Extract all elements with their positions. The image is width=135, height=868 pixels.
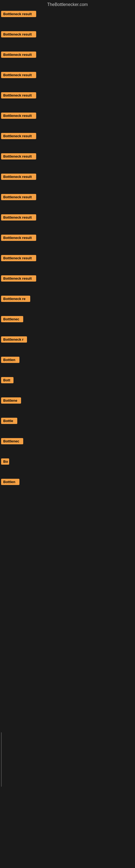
spacer [0, 344, 135, 355]
bottleneck-badge[interactable]: Bottle [1, 418, 17, 424]
list-item: Bottleneck re [1, 296, 134, 302]
bottleneck-badge[interactable]: Bottlenec [1, 316, 23, 322]
bottleneck-badge[interactable]: Bottleneck result [1, 275, 36, 282]
list-item: Bottleneck result [1, 92, 134, 98]
bottleneck-badge[interactable]: Bottleneck result [1, 11, 36, 17]
bottleneck-badge[interactable]: Bott [1, 377, 13, 383]
bottleneck-badge[interactable]: Bottleneck result [1, 235, 36, 241]
spacer [0, 182, 135, 192]
list-item: Bottleneck result [1, 153, 134, 159]
bottleneck-badge[interactable]: Bottleneck r [1, 336, 27, 343]
spacer [0, 304, 135, 314]
spacer [0, 426, 135, 436]
list-item: Bottlene [1, 397, 134, 404]
list-item: Bottleneck result [1, 214, 134, 220]
list-item: Bottle [1, 418, 134, 424]
list-item: Bottleneck result [1, 133, 134, 139]
spacer [0, 39, 135, 50]
bottleneck-badge[interactable]: Bottlene [1, 397, 21, 404]
page-container: TheBottlenecker.com Bottleneck resultBot… [0, 0, 135, 497]
vertical-line [1, 733, 2, 786]
bottleneck-badge[interactable]: Bottleneck result [1, 174, 36, 180]
bottleneck-badge[interactable]: Bottleneck re [1, 296, 30, 302]
site-title: TheBottlenecker.com [0, 0, 135, 9]
spacer [0, 59, 135, 70]
bottleneck-badge[interactable]: Bottlen [1, 479, 19, 485]
list-item: Bott [1, 377, 134, 383]
list-item: Bottleneck r [1, 336, 134, 343]
bottleneck-badge[interactable]: Bottlenec [1, 438, 23, 444]
spacer [0, 19, 135, 30]
list-item: Bottlen [1, 357, 134, 363]
spacer [0, 161, 135, 172]
bottleneck-badge[interactable]: Bottleneck result [1, 194, 36, 200]
list-item: Bottleneck result [1, 174, 134, 180]
spacer [0, 120, 135, 131]
list-item: Bottleneck result [1, 11, 134, 17]
bottleneck-badge[interactable]: Bottleneck result [1, 113, 36, 119]
spacer [0, 141, 135, 152]
spacer [0, 365, 135, 375]
list-item: Bottlen [1, 479, 134, 485]
list-item: Bottleneck result [1, 113, 134, 119]
list-item: Bottleneck result [1, 72, 134, 78]
spacer [0, 222, 135, 233]
bottleneck-badge[interactable]: Bottleneck result [1, 133, 36, 139]
bottleneck-badge[interactable]: Bottleneck result [1, 52, 36, 58]
list-item: Bottleneck result [1, 31, 134, 37]
list-item: Bottleneck result [1, 275, 134, 282]
list-item: Bo [1, 458, 134, 465]
bottleneck-badge[interactable]: Bottlen [1, 357, 19, 363]
spacer [0, 243, 135, 253]
bottleneck-badge[interactable]: Bottleneck result [1, 72, 36, 78]
spacer [0, 446, 135, 457]
spacer [0, 466, 135, 477]
bottleneck-badge[interactable]: Bottleneck result [1, 153, 36, 159]
list-item: Bottleneck result [1, 255, 134, 261]
spacer [0, 100, 135, 111]
list-item: Bottlenec [1, 316, 134, 322]
bottleneck-badge[interactable]: Bottleneck result [1, 31, 36, 37]
spacer [0, 263, 135, 274]
spacer [0, 487, 135, 497]
bottleneck-badge[interactable]: Bottleneck result [1, 255, 36, 261]
spacer [0, 405, 135, 416]
spacer [0, 202, 135, 213]
bottleneck-list: Bottleneck resultBottleneck resultBottle… [0, 11, 135, 497]
list-item: Bottleneck result [1, 52, 134, 58]
bottleneck-badge[interactable]: Bottleneck result [1, 214, 36, 220]
spacer [0, 324, 135, 335]
spacer [0, 80, 135, 91]
spacer [0, 283, 135, 294]
list-item: Bottleneck result [1, 194, 134, 200]
bottleneck-badge[interactable]: Bo [1, 458, 9, 465]
list-item: Bottleneck result [1, 235, 134, 241]
list-item: Bottlenec [1, 438, 134, 444]
bottleneck-badge[interactable]: Bottleneck result [1, 92, 36, 98]
spacer [0, 385, 135, 396]
